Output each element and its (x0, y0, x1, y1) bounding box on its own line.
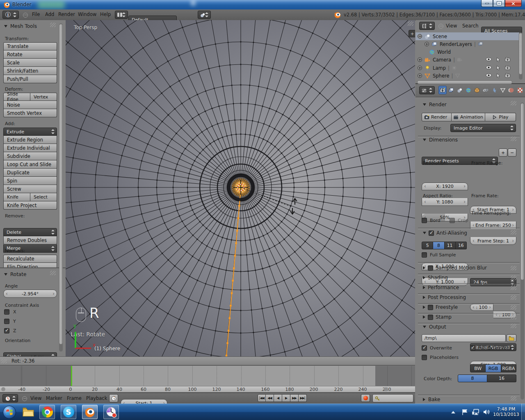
knife-select-button[interactable]: Select (30, 193, 57, 201)
tab-scene[interactable] (456, 86, 464, 94)
collapse-menus-button[interactable] (438, 24, 443, 29)
tab-render-layers[interactable] (447, 86, 455, 94)
constraint-z-checkbox[interactable] (4, 328, 9, 333)
tab-render[interactable] (438, 86, 447, 94)
knife-button[interactable]: Knife (3, 193, 30, 201)
output-panel-header[interactable]: Output (423, 324, 446, 330)
use-preview-range-button[interactable] (109, 394, 118, 402)
taskbar-chrome-button[interactable] (39, 405, 55, 419)
full-sample-checkbox[interactable] (422, 252, 427, 258)
frame-rate-dropdown[interactable]: 24 fps (470, 278, 516, 286)
remove-doubles-button[interactable]: Remove Doubles (3, 236, 57, 244)
render-panel-header[interactable]: Render (423, 102, 447, 107)
scene-icon-button[interactable] (198, 11, 211, 19)
editor-type-selector-properties[interactable] (419, 86, 435, 94)
frame-step-field[interactable]: Frame Step: 1 (470, 237, 516, 245)
panel-drag-grip[interactable] (50, 271, 56, 275)
sampled-motion-blur-panel-header[interactable]: Sampled Motion Blur (423, 265, 487, 271)
overwrite-checkbox[interactable] (422, 345, 427, 351)
rotate-button[interactable]: Rotate (3, 50, 57, 59)
outliner-scrollbar-vertical[interactable] (519, 32, 523, 80)
viewport-3d[interactable]: Top Persp + R Last: Rotate y x (1) Spher… (66, 20, 415, 356)
screen-layout-icon-button[interactable] (115, 11, 128, 19)
constraint-y-row[interactable]: Y (4, 319, 16, 324)
tab-constraints[interactable] (482, 86, 490, 94)
placeholders-checkbox[interactable] (422, 355, 427, 360)
sampled-motion-blur-checkbox[interactable] (428, 265, 433, 271)
browse-output-button[interactable] (507, 334, 516, 342)
color-mode-bw[interactable]: BW (470, 364, 486, 372)
menu-help[interactable]: Help (100, 11, 111, 17)
performance-panel-header[interactable]: Performance (423, 285, 459, 290)
panel-drag-grip[interactable] (511, 315, 516, 320)
tray-clock[interactable]: 7:48 PM 10/13/2013 (491, 406, 521, 417)
translate-button[interactable]: Translate (3, 42, 57, 50)
timeline-menu-marker[interactable]: Marker (46, 395, 62, 401)
area-corner-grip[interactable] (1, 359, 7, 363)
play-reverse-button[interactable]: ◀ (274, 394, 282, 402)
panel-drag-grip[interactable] (511, 137, 516, 141)
tab-object-data[interactable] (499, 86, 507, 94)
auto-keyframe-button[interactable] (361, 394, 370, 402)
collapse-menus-button[interactable] (22, 396, 27, 401)
timeline-menu-view[interactable]: View (30, 395, 41, 401)
aa-samples-5[interactable]: 5 (422, 242, 433, 249)
outliner-row-camera[interactable]: Camera | (415, 56, 519, 64)
outliner-menu-search[interactable]: Search (462, 23, 479, 29)
panel-drag-grip[interactable] (511, 285, 516, 290)
eye-icon[interactable] (486, 73, 492, 78)
outliner-row-sphere[interactable]: Sphere | (415, 72, 519, 80)
constraint-z-row[interactable]: Z (4, 328, 16, 333)
border-checkbox[interactable] (422, 218, 427, 223)
jump-to-start-button[interactable]: |◀◀ (258, 394, 266, 402)
file-extensions-row[interactable]: File Extensions (470, 345, 512, 351)
jump-prev-keyframe-button[interactable]: ◀◀ (266, 394, 274, 402)
properties-region-tab[interactable]: + (409, 30, 415, 37)
color-depth-16[interactable]: 16 (487, 374, 516, 382)
shrink-fatten-button[interactable]: Shrink/Fatten (3, 67, 57, 75)
viewport-header[interactable]: Rot: -2.36 (0, 356, 415, 365)
expand-icon[interactable] (418, 57, 422, 62)
overwrite-row[interactable]: Overwrite (422, 345, 452, 351)
taskbar-clock-app-button[interactable] (103, 405, 119, 419)
subdivide-button[interactable]: Subdivide (3, 152, 57, 160)
constraint-y-checkbox[interactable] (4, 319, 9, 324)
panel-drag-grip[interactable] (511, 324, 516, 328)
full-sample-row[interactable]: Full Sample (422, 252, 456, 258)
knife-project-button[interactable]: Knife Project (3, 201, 57, 210)
aa-samples-8[interactable]: 8 (433, 242, 444, 249)
render-toggle-icon[interactable] (505, 65, 510, 70)
freestyle-panel-header[interactable]: Freestyle (423, 304, 458, 310)
extrude-dropdown[interactable]: Extrude (3, 128, 57, 136)
anti-aliasing-checkbox[interactable] (429, 231, 434, 236)
jump-next-keyframe-button[interactable]: ▶▶ (290, 394, 299, 402)
eye-icon[interactable] (486, 57, 492, 62)
editor-type-selector-timeline[interactable] (2, 394, 18, 402)
slide-vertex-button[interactable]: Vertex (30, 93, 57, 101)
stamp-checkbox[interactable] (428, 315, 433, 320)
rotate-panel-header[interactable]: Rotate (4, 272, 26, 277)
expand-icon[interactable] (425, 42, 429, 46)
spin-button[interactable]: Spin (3, 177, 57, 185)
color-mode-rgba[interactable]: RGBA (501, 364, 516, 372)
expand-icon[interactable] (418, 66, 422, 70)
menu-render[interactable]: Render (58, 11, 75, 17)
placeholders-row[interactable]: Placeholders (422, 355, 459, 360)
border-row[interactable]: Bord (422, 218, 441, 223)
action-center-flag-icon[interactable] (462, 409, 468, 415)
scrollbar-thumb[interactable] (59, 24, 62, 344)
taskbar-skype-button[interactable]: S (61, 405, 76, 419)
panel-drag-grip[interactable] (511, 396, 516, 401)
cursor-select-icon[interactable] (496, 73, 500, 78)
render-animation-button[interactable]: Animation (452, 113, 485, 121)
collapse-menus-button[interactable] (23, 13, 28, 18)
color-mode-rgb[interactable]: RGB (486, 364, 501, 372)
delete-dropdown[interactable]: Delete (3, 228, 57, 236)
timeline-ruler[interactable]: -40 -20 0 20 40 60 80 100 120 140 160 18… (0, 386, 415, 393)
editor-type-selector-outliner[interactable] (419, 22, 435, 30)
collapse-icon[interactable] (418, 34, 422, 39)
stamp-panel-header[interactable]: Stamp (423, 314, 452, 320)
editor-type-selector-info[interactable]: i (2, 11, 19, 19)
outliner-menu-view[interactable]: View (446, 23, 457, 29)
tab-modifiers[interactable] (490, 86, 498, 94)
